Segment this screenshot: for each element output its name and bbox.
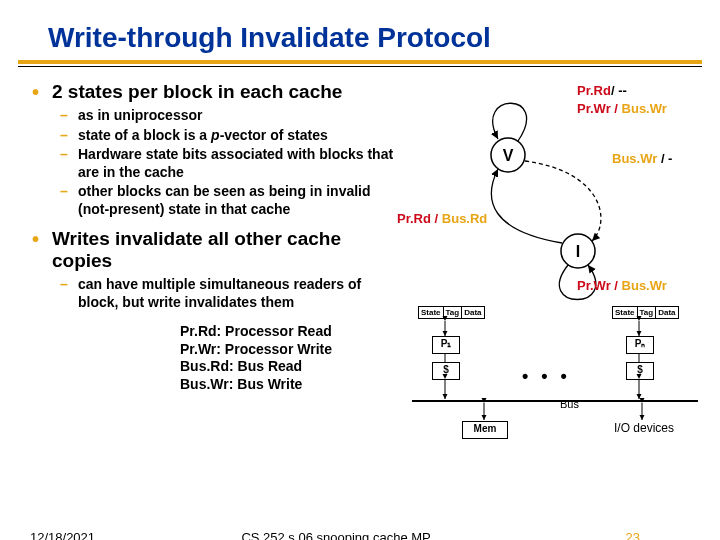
divider-thin <box>18 66 702 67</box>
svg-text:I: I <box>576 243 580 260</box>
svg-text:V: V <box>503 147 514 164</box>
bullet-2: Writes invalidate all other cache copies… <box>48 228 402 311</box>
bus-diagram: StateTagData StateTagData P₁ $ Pₙ $ • • … <box>402 306 712 466</box>
bullet-1: 2 states per block in each cache as in u… <box>48 81 402 218</box>
sub-1-4: other blocks can be seen as being in inv… <box>74 183 402 218</box>
body-text: 2 states per block in each cache as in u… <box>30 81 402 411</box>
divider-thick <box>18 60 702 64</box>
sub-1-1: as in uniprocessor <box>74 107 402 125</box>
sub-1-2: state of a block is a p-vector of states <box>74 127 402 145</box>
sub-1-3: Hardware state bits associated with bloc… <box>74 146 402 181</box>
state-diagram: V I Pr.Rd/ -- Pr.Wr / Bus.Wr Bus.Wr / - <box>402 81 702 301</box>
page-title: Write-through Invalidate Protocol <box>0 0 720 60</box>
sub-2-1: can have multiple simultaneous readers o… <box>74 276 402 311</box>
abbreviations: Pr.Rd: Processor Read Pr.Wr: Processor W… <box>180 323 402 393</box>
